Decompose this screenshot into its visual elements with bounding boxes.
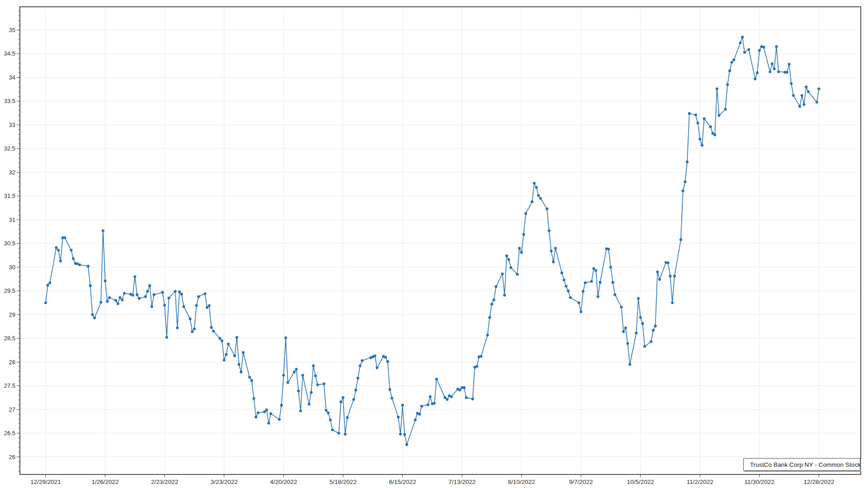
data-point-marker bbox=[552, 261, 555, 263]
x-axis-label: 4/20/2022 bbox=[270, 479, 297, 485]
data-point-marker bbox=[206, 306, 208, 309]
x-axis-label: 2/23/2022 bbox=[151, 479, 178, 485]
data-point-marker bbox=[805, 85, 807, 88]
x-axis-label: 3/23/2022 bbox=[211, 479, 238, 485]
data-point-marker bbox=[561, 272, 563, 274]
data-point-marker bbox=[59, 260, 62, 263]
data-point-marker bbox=[607, 248, 610, 250]
data-point-marker bbox=[698, 138, 701, 141]
data-point-marker bbox=[741, 36, 744, 38]
data-point-marker bbox=[48, 282, 51, 284]
data-point-marker bbox=[592, 267, 595, 270]
data-point-marker bbox=[386, 360, 389, 363]
data-point-marker bbox=[762, 46, 765, 48]
data-point-marker bbox=[72, 257, 75, 260]
data-point-marker bbox=[697, 122, 699, 124]
data-point-marker bbox=[673, 275, 676, 277]
data-point-marker bbox=[584, 282, 586, 284]
data-point-marker bbox=[203, 292, 206, 295]
data-point-marker bbox=[269, 413, 272, 415]
data-point-marker bbox=[488, 316, 491, 319]
data-point-marker bbox=[688, 112, 691, 115]
data-point-marker bbox=[516, 273, 519, 276]
data-point-marker bbox=[548, 229, 551, 232]
data-point-marker bbox=[728, 70, 731, 72]
data-point-marker bbox=[218, 337, 221, 340]
y-axis-label: 27 bbox=[9, 406, 15, 413]
data-point-marker bbox=[238, 363, 241, 366]
data-point-marker bbox=[577, 301, 580, 304]
data-point-marker bbox=[397, 416, 400, 418]
x-axis-label: 7/13/2022 bbox=[448, 479, 476, 485]
data-point-marker bbox=[293, 371, 296, 373]
data-point-marker bbox=[505, 254, 508, 257]
x-axis-label: 6/15/2022 bbox=[389, 479, 416, 485]
data-point-marker bbox=[612, 281, 614, 284]
data-point-marker bbox=[189, 318, 191, 320]
data-point-marker bbox=[163, 304, 166, 306]
y-axis-label: 26 bbox=[9, 454, 15, 460]
data-point-marker bbox=[486, 333, 489, 336]
data-point-marker bbox=[227, 343, 230, 345]
data-point-marker bbox=[148, 284, 151, 287]
data-point-marker bbox=[195, 304, 198, 307]
data-point-marker bbox=[403, 433, 406, 436]
data-point-marker bbox=[250, 379, 253, 382]
data-point-marker bbox=[340, 400, 342, 403]
plot-frame bbox=[20, 7, 861, 474]
data-point-marker bbox=[44, 301, 47, 304]
data-point-marker bbox=[280, 404, 283, 407]
data-point-marker bbox=[562, 279, 565, 282]
data-point-marker bbox=[476, 365, 478, 368]
data-point-marker bbox=[108, 296, 111, 299]
legend-series-label: TrustCo Bank Corp NY - Common Stock bbox=[750, 461, 861, 468]
data-point-marker bbox=[465, 396, 467, 399]
data-point-marker bbox=[132, 294, 134, 296]
data-point-marker bbox=[567, 290, 570, 292]
data-point-marker bbox=[679, 238, 682, 241]
data-point-marker bbox=[136, 293, 138, 296]
data-point-marker bbox=[197, 295, 200, 298]
data-point-marker bbox=[63, 236, 66, 239]
data-point-marker bbox=[463, 386, 466, 389]
data-point-marker bbox=[732, 59, 735, 61]
data-point-marker bbox=[491, 303, 493, 305]
data-point-marker bbox=[302, 374, 304, 377]
data-point-marker bbox=[391, 397, 393, 399]
data-point-marker bbox=[667, 262, 670, 264]
x-axis-label: 1/26/2022 bbox=[92, 479, 119, 485]
data-point-marker bbox=[93, 317, 96, 319]
data-point-marker bbox=[144, 295, 147, 298]
data-point-marker bbox=[174, 290, 177, 293]
data-point-marker bbox=[346, 416, 349, 419]
data-point-marker bbox=[420, 405, 423, 408]
data-point-marker bbox=[790, 82, 793, 85]
data-point-marker bbox=[388, 388, 391, 391]
data-point-marker bbox=[418, 413, 421, 416]
data-point-marker bbox=[263, 410, 266, 413]
data-point-marker bbox=[117, 302, 119, 305]
data-point-marker bbox=[446, 398, 448, 401]
y-axis-label: 30 bbox=[9, 264, 15, 271]
data-point-marker bbox=[361, 359, 363, 362]
x-axis-label: 12/28/2022 bbox=[804, 479, 835, 485]
y-axis-label: 32.5 bbox=[4, 145, 15, 152]
data-point-marker bbox=[798, 105, 801, 108]
data-point-marker bbox=[376, 366, 378, 369]
data-point-marker bbox=[565, 285, 567, 287]
data-point-marker bbox=[78, 263, 81, 266]
data-point-marker bbox=[87, 265, 90, 267]
data-point-marker bbox=[731, 61, 733, 64]
data-point-marker bbox=[597, 295, 599, 298]
legend-box[interactable]: TrustCo Bank Corp NY - Common Stock bbox=[743, 458, 860, 471]
data-point-marker bbox=[308, 403, 311, 406]
y-axis-label: 35 bbox=[9, 27, 15, 33]
price-line bbox=[46, 37, 819, 445]
data-point-marker bbox=[739, 42, 741, 44]
data-point-marker bbox=[773, 67, 776, 70]
data-point-marker bbox=[165, 336, 168, 339]
data-point-marker bbox=[106, 300, 108, 303]
data-point-marker bbox=[713, 133, 716, 136]
data-point-marker bbox=[694, 113, 697, 116]
data-point-marker bbox=[91, 313, 94, 316]
